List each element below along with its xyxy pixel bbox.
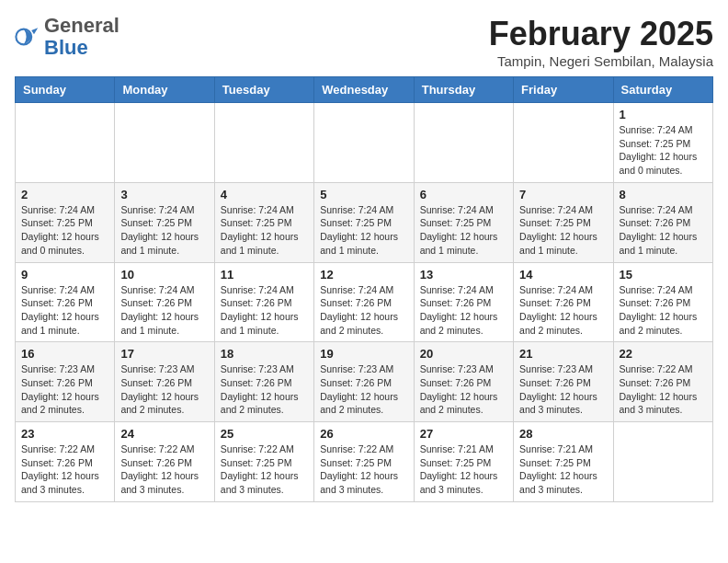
- calendar-cell: [613, 422, 712, 502]
- day-info: Sunrise: 7:21 AMSunset: 7:25 PMDaylight:…: [519, 442, 607, 497]
- calendar-cell: 23Sunrise: 7:22 AMSunset: 7:26 PMDayligh…: [16, 422, 115, 502]
- day-info: Sunrise: 7:24 AMSunset: 7:26 PMDaylight:…: [221, 283, 308, 338]
- day-number: 2: [21, 188, 108, 201]
- header-wednesday: Wednesday: [314, 77, 414, 103]
- calendar-cell: 16Sunrise: 7:23 AMSunset: 7:26 PMDayligh…: [16, 342, 115, 422]
- day-number: 26: [320, 427, 407, 441]
- day-number: 24: [120, 427, 208, 441]
- day-number: 12: [320, 268, 407, 282]
- day-number: 7: [519, 188, 607, 201]
- calendar-cell: 24Sunrise: 7:22 AMSunset: 7:26 PMDayligh…: [115, 422, 214, 502]
- page-header: General Blue February 2025 Tampin, Neger…: [15, 15, 713, 69]
- calendar-cell: [314, 103, 414, 183]
- day-info: Sunrise: 7:24 AMSunset: 7:26 PMDaylight:…: [620, 203, 707, 258]
- calendar-cell: 20Sunrise: 7:23 AMSunset: 7:26 PMDayligh…: [414, 342, 513, 422]
- day-info: Sunrise: 7:23 AMSunset: 7:26 PMDaylight:…: [221, 362, 308, 417]
- logo-general: General: [44, 14, 119, 37]
- day-number: 4: [221, 188, 308, 201]
- day-number: 18: [221, 347, 308, 361]
- calendar-cell: [414, 103, 513, 183]
- day-info: Sunrise: 7:22 AMSunset: 7:25 PMDaylight:…: [221, 442, 308, 497]
- calendar-cell: [16, 103, 115, 183]
- calendar-cell: [514, 103, 613, 183]
- day-info: Sunrise: 7:24 AMSunset: 7:26 PMDaylight:…: [519, 283, 607, 338]
- day-info: Sunrise: 7:22 AMSunset: 7:26 PMDaylight:…: [21, 442, 108, 497]
- calendar-cell: 15Sunrise: 7:24 AMSunset: 7:26 PMDayligh…: [613, 262, 712, 342]
- calendar-cell: 27Sunrise: 7:21 AMSunset: 7:25 PMDayligh…: [414, 422, 513, 502]
- calendar-cell: 19Sunrise: 7:23 AMSunset: 7:26 PMDayligh…: [314, 342, 414, 422]
- calendar-cell: 22Sunrise: 7:22 AMSunset: 7:26 PMDayligh…: [613, 342, 712, 422]
- calendar-cell: 5Sunrise: 7:24 AMSunset: 7:25 PMDaylight…: [314, 182, 414, 262]
- day-info: Sunrise: 7:22 AMSunset: 7:26 PMDaylight:…: [120, 442, 208, 497]
- calendar-cell: [214, 103, 313, 183]
- calendar-week-1: 2Sunrise: 7:24 AMSunset: 7:25 PMDaylight…: [16, 182, 713, 262]
- day-number: 23: [21, 427, 108, 441]
- day-info: Sunrise: 7:24 AMSunset: 7:25 PMDaylight:…: [21, 203, 108, 258]
- calendar-cell: 14Sunrise: 7:24 AMSunset: 7:26 PMDayligh…: [514, 262, 613, 342]
- day-number: 20: [420, 347, 507, 361]
- day-info: Sunrise: 7:24 AMSunset: 7:25 PMDaylight:…: [519, 203, 607, 258]
- calendar-week-0: 1Sunrise: 7:24 AMSunset: 7:25 PMDaylight…: [16, 103, 713, 183]
- calendar-cell: 28Sunrise: 7:21 AMSunset: 7:25 PMDayligh…: [514, 422, 613, 502]
- day-info: Sunrise: 7:23 AMSunset: 7:26 PMDaylight:…: [120, 362, 208, 417]
- day-info: Sunrise: 7:24 AMSunset: 7:25 PMDaylight:…: [120, 203, 208, 258]
- day-info: Sunrise: 7:21 AMSunset: 7:25 PMDaylight:…: [420, 442, 507, 497]
- calendar-cell: 11Sunrise: 7:24 AMSunset: 7:26 PMDayligh…: [214, 262, 313, 342]
- calendar-week-3: 16Sunrise: 7:23 AMSunset: 7:26 PMDayligh…: [16, 342, 713, 422]
- header-sunday: Sunday: [16, 77, 115, 103]
- logo: General Blue: [15, 15, 119, 59]
- day-number: 9: [21, 268, 108, 282]
- day-number: 11: [221, 268, 308, 282]
- day-info: Sunrise: 7:24 AMSunset: 7:26 PMDaylight:…: [420, 283, 507, 338]
- header-thursday: Thursday: [414, 77, 513, 103]
- calendar-cell: 2Sunrise: 7:24 AMSunset: 7:25 PMDaylight…: [16, 182, 115, 262]
- calendar-week-4: 23Sunrise: 7:22 AMSunset: 7:26 PMDayligh…: [16, 422, 713, 502]
- day-info: Sunrise: 7:23 AMSunset: 7:26 PMDaylight:…: [21, 362, 108, 417]
- day-number: 5: [320, 188, 407, 201]
- day-number: 16: [21, 347, 108, 361]
- header-saturday: Saturday: [613, 77, 712, 103]
- day-number: 14: [519, 268, 607, 282]
- day-number: 3: [120, 188, 208, 201]
- day-info: Sunrise: 7:24 AMSunset: 7:25 PMDaylight:…: [620, 123, 707, 178]
- calendar-cell: 13Sunrise: 7:24 AMSunset: 7:26 PMDayligh…: [414, 262, 513, 342]
- day-info: Sunrise: 7:23 AMSunset: 7:26 PMDaylight:…: [519, 362, 607, 417]
- calendar-cell: 18Sunrise: 7:23 AMSunset: 7:26 PMDayligh…: [214, 342, 313, 422]
- calendar-cell: 8Sunrise: 7:24 AMSunset: 7:26 PMDaylight…: [613, 182, 712, 262]
- calendar-cell: 12Sunrise: 7:24 AMSunset: 7:26 PMDayligh…: [314, 262, 414, 342]
- day-number: 17: [120, 347, 208, 361]
- day-info: Sunrise: 7:24 AMSunset: 7:26 PMDaylight:…: [120, 283, 208, 338]
- month-title: February 2025: [489, 15, 713, 53]
- header-tuesday: Tuesday: [214, 77, 313, 103]
- day-number: 10: [120, 268, 208, 282]
- location-title: Tampin, Negeri Sembilan, Malaysia: [489, 53, 713, 69]
- day-info: Sunrise: 7:24 AMSunset: 7:25 PMDaylight:…: [420, 203, 507, 258]
- day-info: Sunrise: 7:24 AMSunset: 7:26 PMDaylight:…: [21, 283, 108, 338]
- calendar-header-row: SundayMondayTuesdayWednesdayThursdayFrid…: [16, 77, 713, 103]
- calendar-cell: 4Sunrise: 7:24 AMSunset: 7:25 PMDaylight…: [214, 182, 313, 262]
- day-info: Sunrise: 7:24 AMSunset: 7:25 PMDaylight:…: [320, 203, 407, 258]
- day-number: 21: [519, 347, 607, 361]
- day-number: 15: [620, 268, 707, 282]
- day-number: 28: [519, 427, 607, 441]
- day-info: Sunrise: 7:24 AMSunset: 7:26 PMDaylight:…: [320, 283, 407, 338]
- day-number: 25: [221, 427, 308, 441]
- day-number: 27: [420, 427, 507, 441]
- calendar-cell: 6Sunrise: 7:24 AMSunset: 7:25 PMDaylight…: [414, 182, 513, 262]
- logo-blue: Blue: [44, 36, 88, 59]
- day-number: 22: [620, 347, 707, 361]
- day-info: Sunrise: 7:24 AMSunset: 7:25 PMDaylight:…: [221, 203, 308, 258]
- calendar-cell: 1Sunrise: 7:24 AMSunset: 7:25 PMDaylight…: [613, 103, 712, 183]
- calendar-cell: 21Sunrise: 7:23 AMSunset: 7:26 PMDayligh…: [514, 342, 613, 422]
- calendar-cell: 7Sunrise: 7:24 AMSunset: 7:25 PMDaylight…: [514, 182, 613, 262]
- day-info: Sunrise: 7:22 AMSunset: 7:25 PMDaylight:…: [320, 442, 407, 497]
- day-info: Sunrise: 7:22 AMSunset: 7:26 PMDaylight:…: [620, 362, 707, 417]
- calendar-cell: 10Sunrise: 7:24 AMSunset: 7:26 PMDayligh…: [115, 262, 214, 342]
- calendar-cell: 17Sunrise: 7:23 AMSunset: 7:26 PMDayligh…: [115, 342, 214, 422]
- calendar-week-2: 9Sunrise: 7:24 AMSunset: 7:26 PMDaylight…: [16, 262, 713, 342]
- calendar-cell: [115, 103, 214, 183]
- calendar-cell: 26Sunrise: 7:22 AMSunset: 7:25 PMDayligh…: [314, 422, 414, 502]
- day-info: Sunrise: 7:23 AMSunset: 7:26 PMDaylight:…: [420, 362, 507, 417]
- calendar-cell: 25Sunrise: 7:22 AMSunset: 7:25 PMDayligh…: [214, 422, 313, 502]
- calendar-cell: 3Sunrise: 7:24 AMSunset: 7:25 PMDaylight…: [115, 182, 214, 262]
